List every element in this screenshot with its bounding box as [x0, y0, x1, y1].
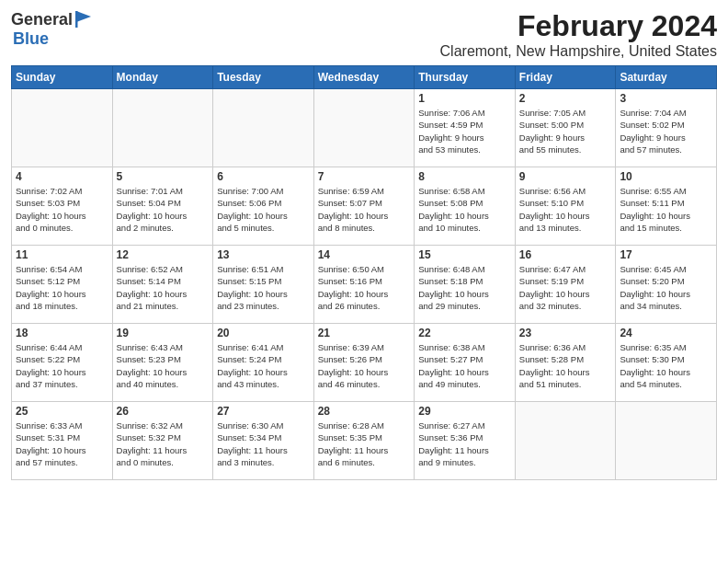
- table-row: 3Sunrise: 7:04 AMSunset: 5:02 PMDaylight…: [616, 89, 717, 167]
- day-number: 8: [418, 170, 511, 183]
- table-row: 21Sunrise: 6:39 AMSunset: 5:26 PMDayligh…: [313, 324, 415, 402]
- day-number: 28: [318, 405, 411, 418]
- table-row: 27Sunrise: 6:30 AMSunset: 5:34 PMDayligh…: [213, 402, 314, 480]
- table-row: 25Sunrise: 6:33 AMSunset: 5:31 PMDayligh…: [12, 402, 113, 480]
- day-info: Sunrise: 6:54 AMSunset: 5:12 PMDaylight:…: [16, 263, 108, 312]
- table-row: [12, 89, 113, 167]
- day-number: 14: [318, 248, 411, 261]
- table-row: 12Sunrise: 6:52 AMSunset: 5:14 PMDayligh…: [112, 246, 213, 324]
- day-info: Sunrise: 6:47 AMSunset: 5:19 PMDaylight:…: [519, 263, 612, 312]
- day-number: 23: [519, 327, 612, 339]
- table-row: 4Sunrise: 7:02 AMSunset: 5:03 PMDaylight…: [12, 167, 113, 246]
- table-row: 9Sunrise: 6:56 AMSunset: 5:10 PMDaylight…: [515, 167, 616, 246]
- day-info: Sunrise: 6:52 AMSunset: 5:14 PMDaylight:…: [117, 263, 210, 312]
- day-info: Sunrise: 6:27 AMSunset: 5:36 PMDaylight:…: [418, 419, 511, 468]
- table-row: 28Sunrise: 6:28 AMSunset: 5:35 PMDayligh…: [313, 402, 415, 480]
- header-friday: Friday: [515, 66, 616, 89]
- header-sunday: Sunday: [12, 66, 113, 89]
- header-wednesday: Wednesday: [313, 66, 415, 89]
- day-number: 9: [519, 170, 612, 183]
- day-info: Sunrise: 6:33 AMSunset: 5:31 PMDaylight:…: [16, 419, 108, 468]
- month-year-title: February 2024: [440, 9, 717, 43]
- day-info: Sunrise: 6:35 AMSunset: 5:30 PMDaylight:…: [620, 341, 712, 390]
- table-row: 18Sunrise: 6:44 AMSunset: 5:22 PMDayligh…: [12, 324, 113, 402]
- day-info: Sunrise: 7:04 AMSunset: 5:02 PMDaylight:…: [620, 107, 712, 155]
- table-row: 8Sunrise: 6:58 AMSunset: 5:08 PMDaylight…: [415, 167, 516, 246]
- table-row: 22Sunrise: 6:38 AMSunset: 5:27 PMDayligh…: [415, 324, 516, 402]
- table-row: 10Sunrise: 6:55 AMSunset: 5:11 PMDayligh…: [616, 167, 717, 246]
- day-info: Sunrise: 7:00 AMSunset: 5:06 PMDaylight:…: [217, 185, 310, 234]
- table-row: 17Sunrise: 6:45 AMSunset: 5:20 PMDayligh…: [616, 246, 717, 324]
- day-number: 13: [217, 248, 310, 261]
- header-tuesday: Tuesday: [213, 66, 314, 89]
- day-info: Sunrise: 7:06 AMSunset: 4:59 PMDaylight:…: [418, 107, 511, 155]
- table-row: 6Sunrise: 7:00 AMSunset: 5:06 PMDaylight…: [213, 167, 314, 246]
- day-info: Sunrise: 6:58 AMSunset: 5:08 PMDaylight:…: [418, 185, 511, 234]
- day-number: 19: [117, 327, 210, 339]
- calendar-week-4: 18Sunrise: 6:44 AMSunset: 5:22 PMDayligh…: [12, 324, 717, 402]
- day-number: 26: [117, 405, 210, 418]
- table-row: 11Sunrise: 6:54 AMSunset: 5:12 PMDayligh…: [12, 246, 113, 324]
- day-info: Sunrise: 7:01 AMSunset: 5:04 PMDaylight:…: [117, 185, 210, 234]
- header: General Blue February 2024 Claremont, Ne…: [11, 9, 717, 60]
- table-row: 23Sunrise: 6:36 AMSunset: 5:28 PMDayligh…: [515, 324, 616, 402]
- logo: General Blue: [11, 9, 95, 49]
- calendar-table: Sunday Monday Tuesday Wednesday Thursday…: [11, 65, 717, 480]
- day-info: Sunrise: 6:28 AMSunset: 5:35 PMDaylight:…: [318, 419, 411, 468]
- title-area: February 2024 Claremont, New Hampshire, …: [440, 9, 717, 60]
- day-number: 24: [620, 327, 712, 339]
- day-number: 3: [620, 92, 712, 105]
- day-info: Sunrise: 6:45 AMSunset: 5:20 PMDaylight:…: [620, 263, 712, 312]
- table-row: [313, 89, 415, 167]
- calendar-header-row: Sunday Monday Tuesday Wednesday Thursday…: [12, 66, 717, 89]
- day-number: 17: [620, 248, 712, 261]
- day-number: 11: [16, 248, 108, 261]
- day-info: Sunrise: 6:30 AMSunset: 5:34 PMDaylight:…: [217, 419, 310, 468]
- day-info: Sunrise: 7:05 AMSunset: 5:00 PMDaylight:…: [519, 107, 612, 155]
- logo-blue-text: Blue: [13, 29, 49, 48]
- table-row: 20Sunrise: 6:41 AMSunset: 5:24 PMDayligh…: [213, 324, 314, 402]
- day-info: Sunrise: 6:32 AMSunset: 5:32 PMDaylight:…: [117, 419, 210, 468]
- table-row: [213, 89, 314, 167]
- day-number: 22: [418, 327, 511, 339]
- day-number: 5: [117, 170, 210, 183]
- table-row: [515, 402, 616, 480]
- table-row: 16Sunrise: 6:47 AMSunset: 5:19 PMDayligh…: [515, 246, 616, 324]
- day-info: Sunrise: 6:55 AMSunset: 5:11 PMDaylight:…: [620, 185, 712, 234]
- table-row: 19Sunrise: 6:43 AMSunset: 5:23 PMDayligh…: [112, 324, 213, 402]
- table-row: [112, 89, 213, 167]
- calendar-week-1: 1Sunrise: 7:06 AMSunset: 4:59 PMDaylight…: [12, 89, 717, 167]
- day-number: 25: [16, 405, 108, 418]
- table-row: 15Sunrise: 6:48 AMSunset: 5:18 PMDayligh…: [415, 246, 516, 324]
- table-row: 13Sunrise: 6:51 AMSunset: 5:15 PMDayligh…: [213, 246, 314, 324]
- table-row: [616, 402, 717, 480]
- day-number: 16: [519, 248, 612, 261]
- table-row: 24Sunrise: 6:35 AMSunset: 5:30 PMDayligh…: [616, 324, 717, 402]
- table-row: 14Sunrise: 6:50 AMSunset: 5:16 PMDayligh…: [313, 246, 415, 324]
- day-number: 4: [16, 170, 108, 183]
- day-info: Sunrise: 6:56 AMSunset: 5:10 PMDaylight:…: [519, 185, 612, 234]
- day-number: 21: [318, 327, 411, 339]
- svg-marker-0: [76, 11, 91, 22]
- day-info: Sunrise: 6:43 AMSunset: 5:23 PMDaylight:…: [117, 341, 210, 390]
- day-number: 2: [519, 92, 612, 105]
- day-number: 15: [418, 248, 511, 261]
- day-number: 1: [418, 92, 511, 105]
- day-info: Sunrise: 6:41 AMSunset: 5:24 PMDaylight:…: [217, 341, 310, 390]
- day-number: 10: [620, 170, 712, 183]
- logo-flag-icon: [74, 9, 95, 29]
- table-row: 7Sunrise: 6:59 AMSunset: 5:07 PMDaylight…: [313, 167, 415, 246]
- day-info: Sunrise: 6:48 AMSunset: 5:18 PMDaylight:…: [418, 263, 511, 312]
- header-monday: Monday: [112, 66, 213, 89]
- calendar-week-5: 25Sunrise: 6:33 AMSunset: 5:31 PMDayligh…: [12, 402, 717, 480]
- day-info: Sunrise: 6:59 AMSunset: 5:07 PMDaylight:…: [318, 185, 411, 234]
- header-saturday: Saturday: [616, 66, 717, 89]
- table-row: 5Sunrise: 7:01 AMSunset: 5:04 PMDaylight…: [112, 167, 213, 246]
- table-row: 26Sunrise: 6:32 AMSunset: 5:32 PMDayligh…: [112, 402, 213, 480]
- calendar-week-2: 4Sunrise: 7:02 AMSunset: 5:03 PMDaylight…: [12, 167, 717, 246]
- day-number: 7: [318, 170, 411, 183]
- table-row: 29Sunrise: 6:27 AMSunset: 5:36 PMDayligh…: [415, 402, 516, 480]
- location-subtitle: Claremont, New Hampshire, United States: [440, 43, 717, 60]
- day-number: 12: [117, 248, 210, 261]
- day-number: 18: [16, 327, 108, 339]
